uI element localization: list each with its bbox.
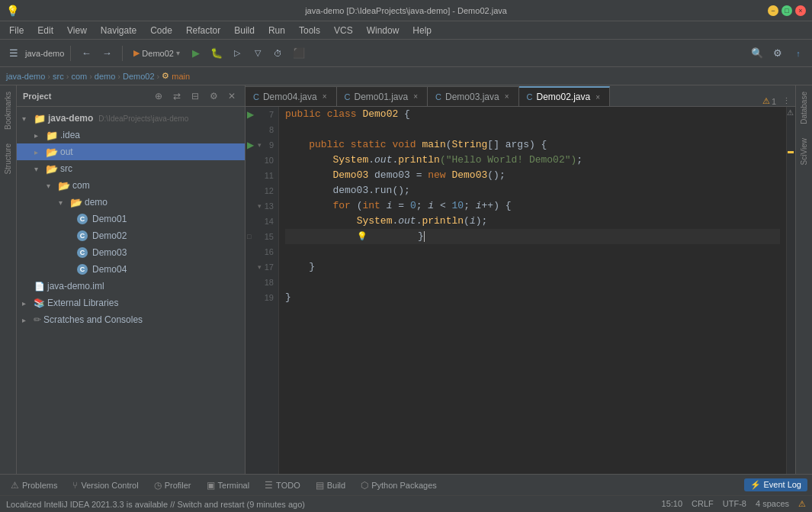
tree-item-iml[interactable]: 📄 java-demo.iml [17, 278, 245, 295]
breadcrumb-java-demo[interactable]: java-demo [6, 72, 45, 81]
build-tab[interactable]: ▤ Build [310, 478, 351, 492]
todo-label: TODO [276, 481, 300, 490]
bookmarks-panel-tab[interactable]: Bookmarks [2, 85, 14, 136]
project-panel-close-btn[interactable]: ✕ [225, 89, 239, 103]
breadcrumb-src[interactable]: src [53, 72, 64, 81]
line-endings[interactable]: CRLF [692, 499, 714, 509]
code-line-16 [285, 244, 780, 259]
maximize-button[interactable]: □ [782, 5, 792, 16]
tree-label: out [60, 147, 73, 157]
menu-tools[interactable]: Tools [293, 24, 326, 37]
menu-file[interactable]: File [3, 24, 30, 37]
python-packages-tab[interactable]: ⬡ Python Packages [355, 478, 443, 492]
toolbar-menu-btn[interactable]: ☰ [5, 44, 23, 63]
event-log-btn[interactable]: ⚡ Event Log [744, 478, 807, 491]
java-class-icon: C [77, 247, 88, 258]
file-tree: ▾ 📁 java-demo D:\IdeaProjects\java-demo … [17, 107, 245, 474]
menu-run[interactable]: Run [262, 24, 291, 37]
database-panel-tab[interactable]: Database [798, 85, 810, 130]
tree-item-com[interactable]: ▾ 📂 com [17, 177, 245, 194]
menu-edit[interactable]: Edit [31, 24, 59, 37]
plugin-update-btn[interactable]: ↑ [789, 44, 807, 63]
breadcrumb-demo02[interactable]: Demo02 [123, 72, 155, 81]
code-line-20 [285, 305, 780, 320]
toolbar-sep-2 [122, 46, 123, 61]
tab-close-demo02[interactable]: × [594, 92, 602, 102]
lightbulb-icon[interactable]: 💡 [357, 232, 367, 241]
tree-arrow: ▸ [34, 131, 43, 140]
breadcrumb-com[interactable]: com [71, 72, 87, 81]
close-button[interactable]: × [795, 5, 806, 16]
tree-item-scratches[interactable]: ▸ ✏ Scratches and Consoles [17, 311, 245, 328]
tree-item-java-demo[interactable]: ▾ 📁 java-demo D:\IdeaProjects\java-demo [17, 110, 245, 127]
project-panel-title: Project [23, 92, 147, 101]
menu-code[interactable]: Code [144, 24, 178, 37]
stop-btn[interactable]: ⬛ [290, 44, 308, 63]
tree-item-demo02[interactable]: C Demo02 [17, 227, 245, 244]
tree-item-demo03[interactable]: C Demo03 [17, 244, 245, 261]
breadcrumb-main[interactable]: main [172, 72, 190, 81]
profile-btn[interactable]: ⏱ [269, 44, 287, 63]
indent-setting[interactable]: 4 spaces [756, 499, 789, 509]
cursor-position[interactable]: 15:10 [662, 499, 683, 509]
debug-button[interactable]: 🐛 [207, 44, 226, 63]
iml-icon: 📄 [34, 282, 45, 291]
tab-demo03[interactable]: C Demo03.java × [428, 86, 519, 106]
menu-refactor[interactable]: Refactor [180, 24, 226, 37]
project-panel-header: Project ⊕ ⇄ ⊟ ⚙ ✕ [17, 85, 245, 107]
search-everywhere-btn[interactable]: 🔍 [748, 44, 766, 63]
code-line-11: Demo03 demo03 = new Demo03(); [285, 168, 780, 183]
tab-demo02[interactable]: C Demo02.java × [519, 86, 611, 106]
tree-item-demo01[interactable]: C Demo01 [17, 211, 245, 227]
version-control-tab[interactable]: ⑂ Version Control [66, 478, 144, 492]
tree-label: java-demo [48, 113, 93, 124]
window-controls: − □ × [768, 5, 806, 16]
tab-close-demo03[interactable]: × [503, 92, 511, 101]
terminal-tab[interactable]: ▣ Terminal [201, 478, 256, 492]
todo-tab[interactable]: ☰ TODO [258, 478, 307, 492]
toolbar-forward-btn[interactable]: → [98, 44, 116, 63]
terminal-label: Terminal [218, 481, 250, 490]
run-more-btn[interactable]: ▽ [249, 44, 267, 63]
code-editor[interactable]: ▶ 7 8 ▶ ▾ 9 10 11 12 ▾ 13 14 □ [246, 107, 795, 474]
settings-btn[interactable]: ⚙ [769, 44, 787, 63]
toolbar-back-btn[interactable]: ← [77, 44, 95, 63]
tab-options-btn[interactable]: ⋮ [782, 96, 791, 106]
project-panel-add-btn[interactable]: ⊕ [152, 89, 165, 103]
tree-item-ext-libs[interactable]: ▸ 📚 External Libraries [17, 295, 245, 311]
status-bar: Localized IntelliJ IDEA 2021.3.3 is avai… [0, 495, 812, 512]
tree-item-src[interactable]: ▾ 📂 src [17, 160, 245, 177]
tree-item-demo04[interactable]: C Demo04 [17, 261, 245, 278]
tree-label: .idea [60, 130, 80, 140]
tree-item-out[interactable]: ▸ 📂 out [17, 143, 245, 160]
tab-demo04[interactable]: C Demo04.java × [246, 86, 337, 106]
toolbar-run-config[interactable]: ▶ Demo02 ▾ [129, 44, 185, 63]
project-panel-collapse-btn[interactable]: ⊟ [188, 89, 202, 103]
minimize-button[interactable]: − [768, 5, 778, 16]
code-line-12: demo03.run(); [285, 183, 780, 198]
menu-build[interactable]: Build [228, 24, 261, 37]
tab-close-demo01[interactable]: × [412, 92, 419, 101]
run-button[interactable]: ▶ [187, 44, 205, 63]
tree-item-demo[interactable]: ▾ 📂 demo [17, 194, 245, 211]
tab-demo01[interactable]: C Demo01.java × [337, 86, 428, 106]
structure-panel-tab[interactable]: Structure [2, 137, 14, 181]
menu-navigate[interactable]: Navigate [95, 24, 143, 37]
menu-view[interactable]: View [61, 24, 93, 37]
menu-window[interactable]: Window [361, 24, 406, 37]
code-lines[interactable]: public class Demo02 { public static void… [279, 107, 786, 474]
breadcrumb-demo[interactable]: demo [95, 72, 116, 81]
tab-close-demo04[interactable]: × [321, 92, 329, 101]
tree-item-idea[interactable]: ▸ 📁 .idea [17, 127, 245, 143]
run-with-coverage-btn[interactable]: ▷ [228, 44, 246, 63]
build-icon: ▤ [316, 480, 324, 491]
problems-tab[interactable]: ⚠ Problems [5, 478, 63, 492]
project-panel-sync-btn[interactable]: ⇄ [170, 89, 184, 103]
menu-help[interactable]: Help [406, 24, 438, 37]
code-line-18 [285, 275, 780, 290]
menu-vcs[interactable]: VCS [328, 24, 359, 37]
profiler-tab[interactable]: ◷ Profiler [148, 478, 197, 492]
project-panel-gear-btn[interactable]: ⚙ [207, 89, 220, 103]
sciview-panel-tab[interactable]: SciView [798, 132, 810, 171]
encoding[interactable]: UTF-8 [723, 499, 746, 509]
